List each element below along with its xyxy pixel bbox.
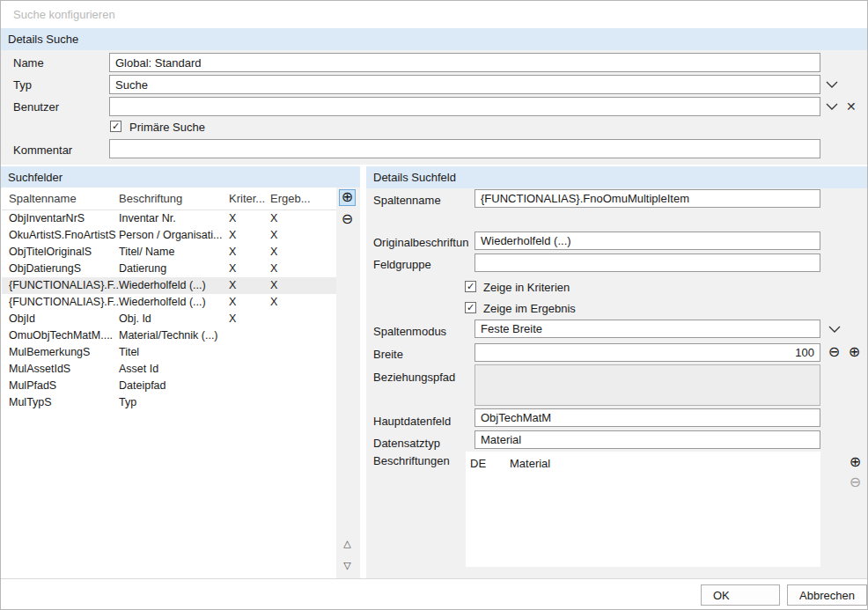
table-row[interactable]: OmuObjTechMatM.... Material/Technik (...… bbox=[2, 327, 336, 344]
beschriftungen-remove-minus-icon[interactable]: ⊖ bbox=[847, 474, 864, 491]
cell-beschriftung: Inventar Nr. bbox=[119, 210, 229, 227]
hauptdatenfeld-input[interactable] bbox=[474, 408, 820, 427]
beziehungspfad-label: Beziehungspfad bbox=[373, 371, 455, 384]
benutzer-input[interactable] bbox=[109, 97, 820, 116]
cell-spaltenname: OkuArtistS.FnoArtistS bbox=[9, 227, 119, 244]
cell-spaltenname: MulAssetIdS bbox=[9, 361, 119, 378]
col-beschriftung[interactable]: Beschriftung bbox=[119, 187, 229, 209]
cell-beschriftung: Typ bbox=[119, 394, 229, 411]
suchfelder-table: Spaltenname Beschriftung Kriter... Ergeb… bbox=[2, 187, 336, 578]
details-suchfeld-header: Details Suchfeld bbox=[366, 166, 868, 188]
add-field-plus-icon[interactable]: ⊕ bbox=[339, 189, 356, 206]
beziehungspfad-textarea[interactable] bbox=[474, 364, 820, 406]
suchfelder-toolbar: ⊕ ⊖ △ ▽ bbox=[336, 187, 360, 578]
cell-beschriftung: Titel bbox=[119, 344, 229, 361]
beschriftungen-label: Beschriftungen bbox=[373, 454, 450, 467]
kommentar-input[interactable] bbox=[109, 139, 820, 158]
suchfelder-table-header[interactable]: Spaltenname Beschriftung Kriter... Ergeb… bbox=[2, 187, 336, 210]
cell-ergebnis bbox=[270, 394, 336, 411]
benutzer-chevron-down-icon[interactable] bbox=[825, 101, 839, 112]
move-down-icon[interactable]: ▽ bbox=[339, 560, 356, 571]
feldgruppe-label: Feldgruppe bbox=[373, 258, 431, 271]
cell-beschriftung: Material/Technik (...) bbox=[119, 327, 229, 344]
window-title: Suche konfigurieren bbox=[13, 8, 115, 21]
benutzer-label: Benutzer bbox=[13, 100, 59, 114]
col-kriterien[interactable]: Kriter... bbox=[229, 187, 270, 209]
cell-kriterien: X bbox=[229, 210, 270, 227]
name-label: Name bbox=[13, 56, 44, 70]
breite-label: Breite bbox=[373, 348, 403, 361]
table-row[interactable]: ObjTitelOriginalS Titel/ Name X X bbox=[2, 244, 336, 261]
table-row[interactable]: MulAssetIdS Asset Id bbox=[2, 361, 336, 378]
typ-chevron-down-icon[interactable] bbox=[825, 79, 839, 90]
table-row[interactable]: {FUNCTIONALIAS}.F... Wiederholfeld (...)… bbox=[2, 277, 336, 294]
table-row[interactable]: MulPfadS Dateipfad bbox=[2, 378, 336, 394]
cell-ergebnis bbox=[270, 327, 336, 344]
cell-beschriftung: Dateipfad bbox=[119, 378, 229, 394]
table-row[interactable]: ObjId Obj. Id X bbox=[2, 311, 336, 327]
cell-ergebnis: X bbox=[270, 210, 336, 227]
cell-beschriftung: Titel/ Name bbox=[119, 244, 229, 261]
spaltenmodus-chevron-down-icon[interactable] bbox=[828, 324, 842, 334]
primaere-suche-checkbox[interactable]: ✓ bbox=[110, 121, 121, 132]
spaltenmodus-input[interactable] bbox=[474, 320, 820, 338]
cell-ergebnis: X bbox=[270, 277, 336, 294]
cell-ergebnis: X bbox=[270, 227, 336, 244]
breite-input[interactable] bbox=[474, 343, 820, 362]
table-row[interactable]: OkuArtistS.FnoArtistS Person / Organisat… bbox=[2, 227, 336, 244]
cell-spaltenname: {FUNCTIONALIAS}.F... bbox=[9, 277, 119, 294]
cell-kriterien bbox=[229, 394, 270, 411]
breite-decrement-minus-icon[interactable]: ⊖ bbox=[826, 344, 842, 361]
originalbeschriftung-input[interactable] bbox=[474, 232, 820, 250]
col-spaltenname[interactable]: Spaltenname bbox=[9, 187, 119, 209]
cell-ergebnis: X bbox=[270, 294, 336, 311]
breite-increment-plus-icon[interactable]: ⊕ bbox=[846, 344, 863, 361]
cell-kriterien bbox=[229, 378, 270, 394]
beschriftungen-add-plus-icon[interactable]: ⊕ bbox=[847, 454, 864, 471]
zeige-im-ergebnis-checkbox[interactable]: ✓ bbox=[465, 302, 476, 313]
suchfelder-header: Suchfelder bbox=[1, 166, 360, 188]
table-row[interactable]: MulBemerkungS Titel bbox=[2, 344, 336, 361]
benutzer-clear-close-icon[interactable]: ✕ bbox=[846, 99, 857, 114]
spaltenname-label: Spaltenname bbox=[373, 194, 441, 207]
zeige-im-ergebnis-label: Zeige im Ergebnis bbox=[483, 302, 576, 315]
details-suche-form: Name Typ Benutzer ✕ ✓ Primäre Suche Komm… bbox=[1, 50, 867, 165]
datensatztyp-input[interactable] bbox=[474, 430, 820, 449]
datensatztyp-label: Datensatztyp bbox=[373, 437, 440, 450]
ok-button[interactable]: OK bbox=[701, 584, 780, 606]
table-row[interactable]: ObjDatierungS Datierung X X bbox=[2, 261, 336, 277]
cancel-button[interactable]: Abbrechen bbox=[787, 584, 867, 606]
spaltenmodus-label: Spaltenmodus bbox=[373, 325, 446, 338]
zeige-in-kriterien-label: Zeige in Kriterien bbox=[483, 281, 570, 294]
originalbeschriftung-label: Originalbeschriftun bbox=[373, 236, 468, 249]
remove-field-minus-icon[interactable]: ⊖ bbox=[339, 211, 356, 228]
hauptdatenfeld-label: Hauptdatenfeld bbox=[373, 415, 451, 428]
table-row[interactable]: {FUNCTIONALIAS}.F... Wiederholfeld (...)… bbox=[2, 294, 336, 311]
cell-spaltenname: ObjId bbox=[9, 311, 119, 327]
table-row[interactable]: ObjInventarNrS Inventar Nr. X X bbox=[2, 210, 336, 227]
cell-ergebnis bbox=[270, 311, 336, 327]
move-up-icon[interactable]: △ bbox=[339, 538, 356, 549]
typ-input[interactable] bbox=[109, 75, 820, 94]
cell-kriterien bbox=[229, 361, 270, 378]
details-suchfeld-header-label: Details Suchfeld bbox=[373, 171, 456, 184]
cell-kriterien bbox=[229, 344, 270, 361]
cell-ergebnis bbox=[270, 378, 336, 394]
cell-ergebnis bbox=[270, 344, 336, 361]
cell-spaltenname: MulBemerkungS bbox=[9, 344, 119, 361]
zeige-in-kriterien-checkbox[interactable]: ✓ bbox=[465, 281, 476, 292]
beschriftungen-list-item[interactable]: DE Material bbox=[466, 455, 820, 472]
kommentar-label: Kommentar bbox=[13, 143, 72, 157]
feldgruppe-input[interactable] bbox=[474, 254, 820, 272]
cell-spaltenname: {FUNCTIONALIAS}.F... bbox=[9, 294, 119, 311]
beschriftungen-list[interactable]: DE Material bbox=[466, 452, 820, 567]
cell-beschriftung: Obj. Id bbox=[119, 311, 229, 327]
col-ergebnis[interactable]: Ergeb... bbox=[270, 187, 336, 209]
table-row[interactable]: MulTypS Typ bbox=[2, 394, 336, 411]
spaltenname-input[interactable] bbox=[474, 189, 820, 208]
cell-beschriftung: Wiederholfeld (...) bbox=[119, 277, 229, 294]
name-input[interactable] bbox=[109, 53, 820, 72]
cell-spaltenname: ObjDatierungS bbox=[9, 261, 119, 277]
cell-ergebnis: X bbox=[270, 244, 336, 261]
cell-spaltenname: ObjTitelOriginalS bbox=[9, 244, 119, 261]
